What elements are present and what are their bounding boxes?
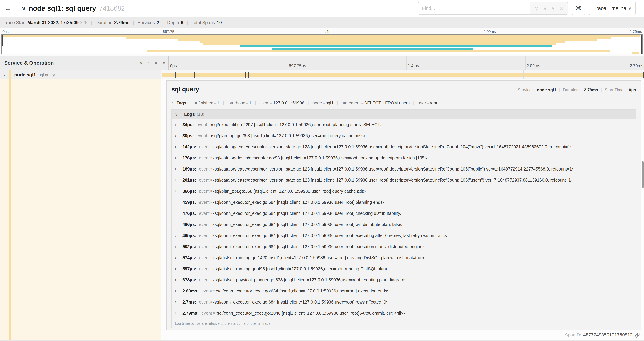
divider: |: [559, 88, 560, 92]
span-name-cell[interactable]: ∨ node sql1 sql query: [0, 70, 161, 79]
deep-link-icon[interactable]: [635, 332, 640, 338]
log-field-key: event: [199, 167, 210, 172]
tags-row[interactable]: › Tags: _unfinished=1|_verbose=1|client=…: [172, 97, 636, 109]
minimap-canvas[interactable]: [2, 34, 642, 54]
log-field-value: ‹sql/catalog/lease/descriptor_version_st…: [213, 144, 572, 149]
log-row[interactable]: ›34μs:event=‹sql/exec_util.go:2297 [nsql…: [172, 119, 636, 130]
trace-view-select[interactable]: Trace Timeline ∨: [589, 2, 636, 15]
log-equals: =: [210, 145, 212, 149]
log-row[interactable]: ›2.79ms:event=‹sql/conn_executor_exec.go…: [172, 307, 636, 319]
log-row[interactable]: ›176μs:event=‹sql/catalog/descs/descript…: [172, 152, 636, 163]
log-rows: ›34μs:event=‹sql/exec_util.go:2297 [nsql…: [172, 119, 636, 319]
span-collapse-chevron-icon[interactable]: ∨: [0, 73, 9, 77]
log-row[interactable]: ›678μs:event=‹sql/distsql_physical_plann…: [172, 274, 636, 285]
trace-info-value: 6: [181, 20, 183, 25]
log-expand-chevron-icon[interactable]: ›: [175, 311, 176, 315]
log-field-value: ‹sql/catalog/descs/descriptor.go:98 [nsq…: [213, 155, 427, 160]
log-row[interactable]: ›2.7ms:event=‹sql/conn_executor_exec.go:…: [172, 296, 636, 307]
log-event-mark: [247, 72, 247, 78]
service-operation-title: Service & Operation: [4, 60, 54, 66]
log-row[interactable]: ›502μs:event=‹sql/conn_executor_exec.go:…: [172, 241, 636, 252]
log-expand-chevron-icon[interactable]: ›: [175, 244, 176, 249]
prev-match-icon[interactable]: ∧: [543, 6, 546, 11]
log-equals: =: [212, 289, 215, 293]
collapse-one-icon[interactable]: ∨: [139, 61, 143, 65]
log-expand-chevron-icon[interactable]: ›: [175, 299, 176, 304]
ruler-tick-label: 0μs: [168, 63, 177, 68]
trace-info-label: Trace Start: [4, 20, 26, 25]
log-expand-chevron-icon[interactable]: ›: [175, 155, 176, 160]
divider: |: [255, 101, 256, 105]
log-field-key: event: [199, 222, 210, 227]
collapse-chevron-icon[interactable]: ∨: [21, 5, 26, 12]
log-row[interactable]: ›2.69ms:event=‹sql/conn_executor_exec.go…: [172, 285, 636, 296]
logs-header[interactable]: ∨ Logs (18): [172, 110, 636, 119]
log-row[interactable]: ›597μs:event=‹sql/distsql_running.go:498…: [172, 263, 636, 274]
match-target-icon[interactable]: ◎: [534, 6, 538, 11]
minimap-tick-label: 697.75μs: [162, 30, 178, 34]
log-event-mark: [261, 72, 261, 78]
logs-collapse-chevron-icon[interactable]: ∨: [175, 112, 178, 117]
trace-view-label: Trace Timeline: [594, 6, 626, 11]
log-expand-chevron-icon[interactable]: ›: [175, 222, 176, 227]
log-equals: =: [212, 311, 215, 315]
column-resizer-grip[interactable]: ❘❘: [164, 66, 170, 69]
span-row[interactable]: ∨ node sql1 sql query: [0, 70, 644, 79]
find-input[interactable]: [418, 3, 530, 14]
log-row[interactable]: ›80μs:event=‹sql/plan_opt.go:358 [nsql1,…: [172, 130, 636, 141]
back-button[interactable]: ←: [0, 0, 16, 17]
log-equals: =: [208, 122, 210, 127]
log-field-key: event: [196, 133, 207, 138]
tag-key: client: [259, 101, 269, 105]
log-expand-chevron-icon[interactable]: ›: [175, 266, 176, 271]
tag-value: 1: [217, 101, 220, 105]
log-event-mark: [643, 72, 644, 78]
collapse-all-icon[interactable]: »: [154, 62, 159, 64]
log-row[interactable]: ›459μs:event=‹sql/conn_executor_exec.go:…: [172, 197, 636, 208]
log-row[interactable]: ›574μs:event=‹sql/distsql_running.go:142…: [172, 252, 636, 263]
log-field-key: event: [199, 200, 210, 205]
log-row[interactable]: ›201μs:event=‹sql/catalog/lease/descript…: [172, 174, 636, 186]
minimap-left-scrubber[interactable]: [2, 35, 3, 46]
span-bar-cell[interactable]: [161, 70, 644, 79]
log-row[interactable]: ›189μs:event=‹sql/catalog/lease/descript…: [172, 163, 636, 174]
log-field-key: event: [199, 178, 210, 183]
log-row[interactable]: ›486μs:event=‹sql/conn_executor_exec.go:…: [172, 219, 636, 230]
header-actions: ◎ ∧ ∨ ✕ ⌘ Trace Timeline ∨: [418, 2, 644, 15]
minimap-right-scrubber[interactable]: [641, 35, 642, 54]
tag-equals: =: [427, 101, 429, 105]
ruler-tick-label: 697.75μs: [288, 63, 306, 68]
next-match-icon[interactable]: ∨: [552, 6, 555, 11]
log-expand-chevron-icon[interactable]: ›: [175, 288, 176, 293]
log-equals: =: [210, 189, 212, 193]
tags-expand-chevron-icon[interactable]: ›: [172, 101, 174, 106]
log-expand-chevron-icon[interactable]: ›: [175, 255, 176, 260]
log-expand-chevron-icon[interactable]: ›: [175, 189, 176, 194]
log-expand-chevron-icon[interactable]: ›: [175, 211, 176, 216]
log-row[interactable]: ›142μs:event=‹sql/catalog/lease/descript…: [172, 141, 636, 152]
log-expand-chevron-icon[interactable]: ›: [175, 122, 176, 127]
minimap-span-bar: [178, 39, 597, 41]
log-expand-chevron-icon[interactable]: ›: [175, 277, 176, 282]
clear-find-icon[interactable]: ✕: [560, 6, 563, 11]
minimap-span-bar: [272, 48, 473, 50]
log-expand-chevron-icon[interactable]: ›: [175, 178, 176, 182]
log-event-mark: [196, 72, 196, 78]
log-expand-chevron-icon[interactable]: ›: [175, 133, 176, 138]
log-expand-chevron-icon[interactable]: ›: [175, 167, 176, 171]
minimap-tick-label: 1.4ms: [322, 30, 334, 34]
scrollbar-thumb[interactable]: [642, 161, 644, 188]
log-row[interactable]: ›366μs:event=‹sql/plan_opt.go:358 [nsql1…: [172, 186, 636, 197]
expand-all-icon[interactable]: »: [163, 61, 166, 65]
tag-key: _verbose: [228, 101, 245, 105]
log-expand-chevron-icon[interactable]: ›: [175, 200, 176, 205]
keyboard-shortcuts-button[interactable]: ⌘: [572, 2, 586, 15]
log-row[interactable]: ›495μs:event=‹sql/conn_executor_exec.go:…: [172, 230, 636, 241]
log-row[interactable]: ›476μs:event=‹sql/conn_executor_exec.go:…: [172, 208, 636, 219]
expand-one-icon[interactable]: ›: [148, 61, 150, 65]
trace-info-value: March 31 2022, 17:25:09: [27, 20, 78, 25]
log-expand-chevron-icon[interactable]: ›: [175, 144, 176, 149]
log-expand-chevron-icon[interactable]: ›: [175, 233, 176, 238]
ruler-tick-label: 2.09ms: [525, 63, 540, 68]
log-timestamp: 201μs:: [182, 178, 196, 183]
